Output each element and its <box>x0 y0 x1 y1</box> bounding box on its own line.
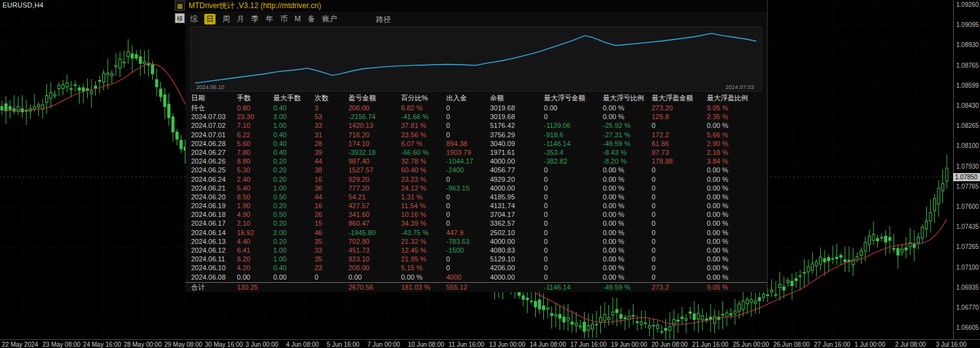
table-cell: 3 <box>315 103 348 112</box>
menu-item-6[interactable]: 币 <box>280 14 288 24</box>
table-cell: 8.50 <box>237 192 273 201</box>
menu-item-8[interactable]: 备 <box>308 14 315 24</box>
table-row: 2024.06.1416.922.0046-1945.80-43.75 %447… <box>185 228 767 237</box>
table-cell: -918.6 <box>544 130 603 139</box>
table-cell: 0.00 % <box>603 166 652 174</box>
table-cell: 0.00 % <box>603 219 652 228</box>
menu-item-7[interactable]: M <box>295 14 301 23</box>
table-cell: -2400 <box>446 166 490 174</box>
table-cell: 0 <box>652 255 707 263</box>
table-cell: 0.40 <box>273 130 315 139</box>
table-cell: 0.00 <box>273 273 315 282</box>
price-scale[interactable]: 1.092601.090951.089301.087651.085991.084… <box>953 0 980 339</box>
table-row: 2024.07.027.101.00331420.1337.81 %05176.… <box>185 121 767 130</box>
move-panel-button[interactable]: 移 <box>175 13 185 23</box>
table-cell: 36 <box>315 184 348 192</box>
table-cell: 0 <box>446 219 490 228</box>
table-cell: 0.00 % <box>603 103 652 112</box>
panel-titlebar[interactable]: MTDriver统计 ,V3.12 (http://mtdriver.cn) <box>185 0 767 11</box>
table-cell: 余额 <box>490 93 544 103</box>
time-axis[interactable]: 22 May 202423 May 08:0024 May 16:0028 Ma… <box>0 339 980 348</box>
chart-start-date: 2024.06.10 <box>196 84 224 90</box>
table-cell: 1.31 % <box>401 192 446 201</box>
table-cell: 32.78 % <box>401 157 446 166</box>
table-cell: 38 <box>315 166 348 174</box>
table-cell: 6.22 <box>237 130 273 139</box>
symbol-label: EURUSD,H4 <box>3 1 43 9</box>
table-cell: 0.00 % <box>707 219 767 228</box>
table-row: 2024.06.242.400.2016929.2023.23 %04929.2… <box>185 175 767 184</box>
table-row: 2024.06.191.900.2016427.5711.54 %04131.7… <box>185 201 767 210</box>
menu-item-2[interactable]: 周 <box>222 14 230 24</box>
table-cell: -2156.74 <box>348 112 401 121</box>
table-cell: 31 <box>315 130 348 139</box>
time-tick-label: 20 Jun 08:00 <box>652 341 688 348</box>
table-cell: 53 <box>315 112 348 121</box>
panel-title: MTDriver统计 ,V3.12 (http://mtdriver.cn) <box>189 1 321 10</box>
table-row: 2024.07.016.220.4031716.2023.56 %03756.2… <box>185 130 767 139</box>
table-row: 2024.06.126.411.0033451.7312.45 %-150040… <box>185 246 767 255</box>
table-cell: 37.81 % <box>401 121 446 130</box>
table-cell: 0.00 % <box>603 184 652 192</box>
menu-item-0[interactable]: 综 <box>190 14 197 24</box>
table-cell: 0 <box>446 263 490 272</box>
table-cell: -1146.14 <box>544 139 603 148</box>
table-cell: 0.00 % <box>603 237 652 246</box>
table-row: 2024.06.134.400.2035702.8021.32 %-783.63… <box>185 237 767 246</box>
table-cell: 0.00 % <box>707 184 767 192</box>
table-row: 2024.06.268.800.2044987.4032.78 %-1044.1… <box>185 157 767 166</box>
table-cell: 26 <box>315 210 348 219</box>
table-cell: 15 <box>315 219 348 228</box>
table-cell: 0 <box>544 273 603 282</box>
time-tick-label: 23 May 08:00 <box>43 341 81 348</box>
table-cell: 4000.00 <box>490 273 544 282</box>
table-cell: 894.38 <box>446 139 490 148</box>
menu-item-3[interactable]: 月 <box>237 14 244 24</box>
time-tick-label: 28 May 00:00 <box>123 341 162 348</box>
table-cell: 35 <box>315 255 348 263</box>
table-cell: 2024.06.12 <box>191 246 237 255</box>
table-cell: 1.00 <box>273 121 315 130</box>
table-cell: 0 <box>446 103 490 112</box>
table-cell: 0.00 % <box>707 237 767 246</box>
table-cell: 5.40 <box>237 184 273 192</box>
menu-item-1[interactable]: 日 <box>204 14 216 24</box>
table-cell: 0.00 % <box>707 246 767 255</box>
table-cell: 16.92 <box>237 228 273 237</box>
table-cell: -1500 <box>446 246 490 255</box>
table-cell: 2024.06.26 <box>191 157 237 166</box>
panel-menu: 综日周月季年币M备账户 <box>190 13 337 25</box>
table-cell: 0 <box>544 263 603 272</box>
table-row: 2024.06.277.800.4039-3932.18-66.60 %1903… <box>185 148 767 157</box>
equity-chart: 2024.06.10 2024.07.03 <box>190 26 762 92</box>
table-cell: 2024.06.24 <box>191 175 237 184</box>
table-cell: 178.88 <box>652 157 707 166</box>
menu-item-path[interactable]: 路径 <box>376 14 391 25</box>
table-cell: 7.10 <box>237 121 273 130</box>
table-cell: 0.80 <box>237 103 273 112</box>
table-cell: 8.20 <box>237 255 273 263</box>
price-tick-label: 1.08765 <box>956 62 979 69</box>
table-cell: 0 <box>544 228 603 237</box>
price-tick-label: 1.09095 <box>956 21 979 28</box>
table-cell: 4206.00 <box>490 263 544 272</box>
table-cell: 最大浮盈比例 <box>707 93 767 103</box>
menu-item-4[interactable]: 季 <box>251 14 259 24</box>
table-cell: -43.75 % <box>401 228 446 237</box>
table-cell: 0 <box>544 246 603 255</box>
table-cell: 0 <box>446 210 490 219</box>
table-cell: 0 <box>652 219 707 228</box>
table-total-row: 合计130.252670.56181.03 %555.12-1146.14-49… <box>185 282 767 293</box>
menu-item-9[interactable]: 账户 <box>322 14 337 24</box>
table-row: 2024.06.285.600.4028174.106.07 %894.3830… <box>185 139 767 148</box>
table-cell: 273.2 <box>652 283 707 293</box>
table-cell: 0.00 <box>348 273 401 282</box>
menu-item-5[interactable]: 年 <box>266 14 273 24</box>
price-tick-label: 1.07265 <box>956 243 979 250</box>
panel-logo-button[interactable]: ▦ <box>175 1 185 11</box>
table-cell: 3756.29 <box>490 130 544 139</box>
table-row: 2024.07.0323.303.0053-2156.74-41.66 %030… <box>185 112 767 121</box>
time-tick-label: 4 Jun 08:00 <box>286 341 319 348</box>
table-cell: 最大浮亏金额 <box>544 93 603 103</box>
table-cell: 3704.17 <box>490 210 544 219</box>
